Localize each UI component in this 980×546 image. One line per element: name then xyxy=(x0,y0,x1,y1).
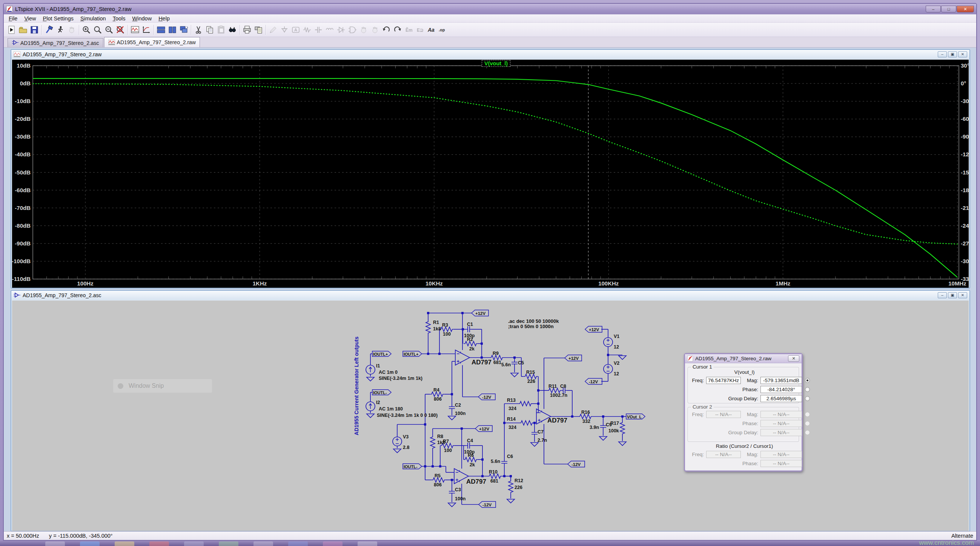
waveform-window-title: AD1955_Amp_797_Stereo_2.raw xyxy=(22,51,102,57)
label-button: A xyxy=(290,24,301,35)
cut-button[interactable] xyxy=(193,24,204,35)
menu-help[interactable]: Help xyxy=(155,15,173,22)
find-button[interactable] xyxy=(227,24,238,35)
c1-mag-value[interactable]: -579.13651mdB xyxy=(760,377,802,384)
close-button[interactable]: ✕ xyxy=(957,6,974,13)
c1-gd-value[interactable]: 2.6546989µs xyxy=(760,395,802,402)
taskbar-button[interactable] xyxy=(323,541,342,546)
undo-button[interactable] xyxy=(380,24,392,35)
component-text: 100 xyxy=(550,393,558,398)
taskbar-button[interactable] xyxy=(184,541,204,546)
copy-button[interactable] xyxy=(204,24,215,35)
menu-file[interactable]: File xyxy=(5,15,21,22)
resistor-symbol xyxy=(430,435,435,450)
component-text: R13 xyxy=(507,398,515,403)
inductor-button xyxy=(324,24,335,35)
c1-phase-radio[interactable] xyxy=(805,387,810,392)
component-text: AC 1m 180 xyxy=(379,406,403,412)
waveform-window-titlebar[interactable]: AD1955_Amp_797_Stereo_2.raw – ▣ ✕ xyxy=(11,50,969,59)
cursor-dialog-titlebar[interactable]: AD1955_Amp_797_Stereo_2.raw ✕ xyxy=(685,354,802,363)
zoom-full-button[interactable] xyxy=(115,24,126,35)
fft-button[interactable] xyxy=(141,24,152,35)
taskbar-button[interactable] xyxy=(150,541,169,546)
wave-close-button[interactable]: ✕ xyxy=(958,51,967,57)
svg-text:-270°: -270° xyxy=(961,240,969,247)
menu-view[interactable]: View xyxy=(21,15,39,22)
c2-gd-radio[interactable] xyxy=(805,430,810,435)
control-panel-button[interactable] xyxy=(43,24,55,35)
c2-phase-radio[interactable] xyxy=(805,421,810,426)
c2-mag-value[interactable]: -- N/A-- xyxy=(760,411,802,418)
windows-taskbar[interactable] xyxy=(0,541,980,546)
halt-icon xyxy=(56,25,65,34)
svg-text:-180°: -180° xyxy=(961,187,969,193)
tab-bar: AD1955_Amp_797_Stereo_2.ascAD1955_Amp_79… xyxy=(4,37,976,48)
taskbar-button[interactable] xyxy=(288,541,308,546)
tile-vert-button[interactable] xyxy=(167,24,178,35)
maximize-button[interactable]: □ xyxy=(941,6,956,13)
sch-close-button[interactable]: ✕ xyxy=(958,292,967,298)
redo-button[interactable] xyxy=(392,24,403,35)
resistor-symbol xyxy=(426,320,430,335)
tab-AD1955_Amp_797_Stereo_2.asc[interactable]: AD1955_Amp_797_Stereo_2.asc xyxy=(8,38,103,47)
tile-horz-icon xyxy=(156,25,165,34)
save-button[interactable] xyxy=(29,24,40,35)
zoom-area-button[interactable] xyxy=(92,24,103,35)
svg-text:-90dB: -90dB xyxy=(15,240,30,247)
halt-button[interactable] xyxy=(55,24,66,35)
menu-plot-settings[interactable]: Plot Settings xyxy=(40,15,77,22)
zoom-out-button[interactable] xyxy=(103,24,115,35)
schematic-canvas[interactable]: AD797AD797AD797+12V-12V+12V-12V+12V-12V+… xyxy=(12,300,969,531)
text-button[interactable]: Aa xyxy=(426,24,437,35)
taskbar-button[interactable] xyxy=(358,541,377,546)
sch-restore-button[interactable]: ▣ xyxy=(948,292,957,298)
taskbar-button[interactable] xyxy=(115,541,134,546)
tile-horz-button[interactable] xyxy=(156,24,167,35)
sch-minimize-button[interactable]: – xyxy=(938,292,947,298)
c2-mag-radio[interactable] xyxy=(805,412,810,417)
minimize-button[interactable]: – xyxy=(926,6,941,13)
menu-simulation[interactable]: Simulation xyxy=(77,15,110,22)
menu-window[interactable]: Window xyxy=(129,15,156,22)
opamp-symbol xyxy=(455,350,469,365)
wave-minimize-button[interactable]: – xyxy=(938,51,947,57)
capacitor-symbol xyxy=(466,326,471,332)
tab-label: AD1955_Amp_797_Stereo_2.raw xyxy=(117,39,196,45)
opamp-label: AD797 xyxy=(466,478,486,485)
c1-phase-value[interactable]: -84.214028° xyxy=(760,386,802,393)
menu-tools[interactable]: Tools xyxy=(110,15,129,22)
title-bar[interactable]: LTspice XVII - AD1955_Amp_797_Stereo_2.r… xyxy=(4,4,976,14)
print-button[interactable] xyxy=(242,24,253,35)
c2-gd-value[interactable]: -- N/A-- xyxy=(760,429,802,436)
taskbar-button[interactable] xyxy=(253,541,273,546)
print-preview-button[interactable] xyxy=(253,24,264,35)
run-button[interactable] xyxy=(6,24,18,35)
c1-gd-radio[interactable] xyxy=(805,396,810,401)
c1-mag-radio[interactable] xyxy=(805,378,810,383)
cascade-button[interactable] xyxy=(178,24,189,35)
component-text: C1 xyxy=(467,322,473,327)
ground-symbol xyxy=(600,436,607,440)
c2-phase-value[interactable]: -- N/A-- xyxy=(760,420,802,427)
c1-freq-value[interactable]: 76.54787KHz xyxy=(706,377,741,384)
trace-label[interactable]: V(vout_l) xyxy=(482,60,511,67)
component-text: C5 xyxy=(518,360,524,366)
component-text: 2k xyxy=(469,346,474,351)
cursor-dialog-close-button[interactable]: ✕ xyxy=(788,355,799,362)
waveform-plot[interactable]: V(vout_l) 10dB0dB-10dB-20dB-30dB-40dB-50… xyxy=(12,60,969,288)
wave-restore-button[interactable]: ▣ xyxy=(948,51,957,57)
open-button[interactable] xyxy=(18,24,29,35)
spice-directive-button[interactable]: .op xyxy=(437,24,449,35)
taskbar-button[interactable] xyxy=(45,541,65,546)
c2-freq-value[interactable]: -- N/A-- xyxy=(706,411,741,418)
schematic-window-titlebar[interactable]: AD1955_Amp_797_Stereo_2.asc – ▣ ✕ xyxy=(11,291,969,300)
taskbar-button[interactable] xyxy=(80,541,100,546)
taskbar-button[interactable] xyxy=(219,541,239,546)
autorange-button[interactable] xyxy=(129,24,141,35)
cursor-dialog[interactable]: AD1955_Amp_797_Stereo_2.raw ✕ Cursor 1 V… xyxy=(684,353,803,472)
zoom-in-button[interactable] xyxy=(81,24,92,35)
rotate-button: E⊇ xyxy=(415,24,426,35)
drag-button xyxy=(369,24,380,35)
capacitor-icon xyxy=(314,25,323,34)
tab-AD1955_Amp_797_Stereo_2.raw[interactable]: AD1955_Amp_797_Stereo_2.raw xyxy=(104,37,200,47)
